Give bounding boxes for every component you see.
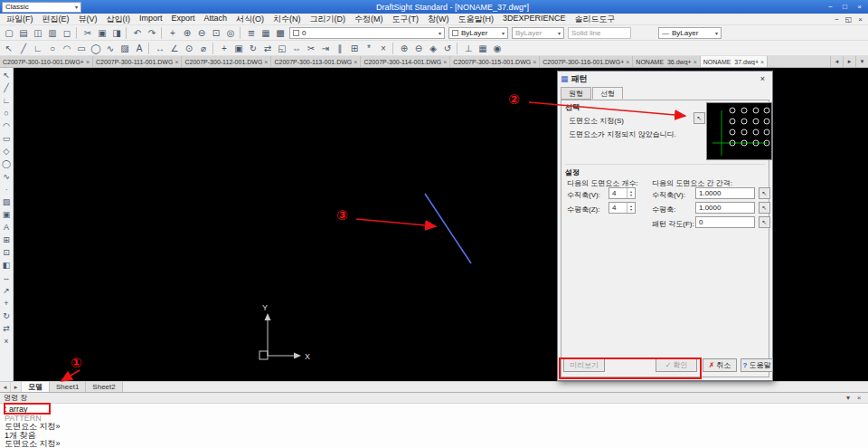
maximize-button[interactable]: □ [838, 2, 852, 13]
circle-tool-icon[interactable]: ○ [0, 107, 13, 119]
tab-list-button[interactable]: ▾ [855, 56, 868, 67]
help-button[interactable]: ?도움말 [741, 358, 773, 372]
table-tool-icon[interactable]: ⊞ [0, 234, 13, 246]
menu-item[interactable]: Attach [200, 14, 232, 25]
tab-close-icon[interactable]: × [626, 59, 629, 65]
zoom-out-icon[interactable]: ⊖ [411, 42, 426, 55]
document-tab[interactable]: C2007P-300-116-001.DWG+ × [540, 56, 633, 67]
dialog-title-bar[interactable]: ▦ 패턴 × [558, 71, 772, 86]
arc-icon[interactable]: ◠ [60, 42, 74, 55]
pick-spacing-button[interactable]: ↖ [759, 202, 770, 214]
dialog-close-icon[interactable]: × [756, 73, 769, 84]
cut-icon[interactable]: ✂ [80, 26, 95, 40]
dim-radius-icon[interactable]: ⊙ [182, 42, 196, 55]
document-tab[interactable]: C2007P-300-110-001.DWG+ × [0, 56, 93, 67]
count-spinner[interactable]: 4 ▴▾ [609, 187, 636, 199]
menu-item[interactable]: 솔리드도구 [571, 14, 620, 25]
menu-item[interactable]: 수정(M) [350, 14, 388, 25]
menu-item[interactable]: 서식(O) [231, 14, 269, 25]
dialog-tab[interactable]: 원형 [561, 87, 591, 100]
close-button[interactable]: × [853, 2, 866, 13]
linestyle-combo[interactable]: ByLayer ▾ [512, 27, 564, 39]
select-tool-icon[interactable]: ↖ [0, 69, 13, 81]
polygon-tool-icon[interactable]: ◇ [0, 145, 13, 157]
ortho-icon[interactable]: ⊥ [461, 42, 476, 55]
dim-diameter-icon[interactable]: ⌀ [196, 42, 211, 55]
paste-icon[interactable]: ◨ [109, 26, 124, 40]
menu-item[interactable]: 편집(E) [38, 14, 74, 25]
stretch-icon[interactable]: ⇔ [289, 42, 304, 55]
copy-entities-icon[interactable]: ▣ [231, 42, 246, 55]
zoom-in-icon[interactable]: ⊕ [180, 26, 194, 40]
move-tool-icon[interactable]: + [0, 297, 13, 310]
ellipse-tool-icon[interactable]: ◯ [0, 157, 13, 170]
rotate-tool-icon[interactable]: ↻ [0, 310, 13, 322]
new-icon[interactable]: ▢ [2, 26, 16, 40]
print-icon[interactable]: ▥ [45, 26, 60, 40]
pan-icon[interactable]: ◈ [426, 42, 440, 55]
document-tab[interactable]: NONAME_36.dwg+ × [633, 56, 700, 67]
zoom-fit-icon[interactable]: ◎ [223, 26, 238, 40]
rectangle-tool-icon[interactable]: ▭ [0, 132, 13, 145]
hatch-tool-icon[interactable]: ▨ [0, 195, 13, 208]
pick-spacing-button[interactable]: ↖ [759, 187, 770, 199]
zoom-out-icon[interactable]: ⊖ [194, 26, 209, 40]
zoom-in-icon[interactable]: ⊕ [397, 42, 411, 55]
select-icon[interactable]: ↖ [2, 42, 16, 55]
dim-linear-icon[interactable]: ↔ [153, 42, 167, 55]
tab-close-icon[interactable]: × [175, 59, 178, 65]
tab-close-icon[interactable]: × [443, 59, 447, 65]
menu-item[interactable]: 도움말(H) [454, 14, 499, 25]
point-tool-icon[interactable]: ∙ [0, 183, 13, 195]
rectangle-icon[interactable]: ▭ [74, 42, 89, 55]
document-tab[interactable]: NONAME_37.dwg+ × [701, 56, 768, 67]
properties-icon[interactable]: ≣ [244, 26, 259, 40]
move-icon[interactable]: + [217, 42, 231, 55]
pattern-icon[interactable]: ⊞ [347, 42, 362, 55]
preview-button[interactable]: 미리보기 [563, 358, 605, 372]
document-tab[interactable]: C2007P-300-113-001.DWG × [271, 56, 361, 67]
grid-icon[interactable]: ▦ [476, 42, 490, 55]
tab-close-icon[interactable]: × [354, 59, 357, 65]
document-tab[interactable]: C2007P-300-114-001.DWG × [361, 56, 450, 67]
layer-combo[interactable]: 0 ▾ [289, 27, 445, 39]
polyline-tool-icon[interactable]: ∟ [0, 94, 13, 107]
hatch-icon[interactable]: ▨ [118, 42, 132, 55]
spline-tool-icon[interactable]: ∿ [0, 170, 13, 183]
doc-close-button[interactable]: × [854, 15, 866, 24]
spacing-input[interactable]: 1.0000 [695, 202, 755, 214]
pan-icon[interactable]: + [165, 26, 180, 40]
trim-icon[interactable]: ✂ [304, 42, 318, 55]
menu-item[interactable]: 치수(N) [269, 14, 306, 25]
mirror-tool-icon[interactable]: ⇄ [0, 322, 13, 335]
spline-icon[interactable]: ∿ [103, 42, 118, 55]
menu-item[interactable]: 뷰(V) [74, 14, 102, 25]
tab-scroll-left-button[interactable]: ◂ [830, 56, 843, 67]
layer-manager-icon[interactable]: ▦ [259, 26, 273, 40]
offset-icon[interactable]: ∥ [333, 42, 347, 55]
menu-item[interactable]: 3DEXPERIENCE [498, 14, 571, 25]
sheet-tab[interactable]: Sheet1 [50, 382, 86, 392]
tab-close-icon[interactable]: × [533, 59, 536, 65]
drawn-line-entity[interactable] [425, 194, 471, 263]
print-preview-icon[interactable]: ◻ [60, 26, 74, 40]
document-tab[interactable]: C2007P-300-115-001.DWG × [450, 56, 540, 67]
menu-item[interactable]: Export [167, 14, 200, 25]
pick-angle-button[interactable]: ↖ [759, 216, 770, 228]
explode-icon[interactable]: * [362, 42, 376, 55]
line-tool-icon[interactable]: ╱ [0, 81, 13, 94]
color-combo[interactable]: ByLayer ▾ [448, 27, 508, 39]
zoom-window-icon[interactable]: ⊡ [209, 26, 223, 40]
sheet-scroll-left-button[interactable]: ◂ [0, 382, 11, 392]
extend-icon[interactable]: ⇥ [318, 42, 333, 55]
workspace-combo[interactable]: Classic ▾ [2, 2, 81, 13]
menu-item[interactable]: 그리기(D) [306, 14, 351, 25]
pattern-angle-input[interactable]: 0 [695, 216, 755, 228]
sheet-scroll-right-button[interactable]: ▸ [11, 382, 22, 392]
erase-tool-icon[interactable]: × [0, 335, 13, 348]
color-manager-icon[interactable]: ▩ [273, 26, 288, 40]
command-window-close-icon[interactable]: × [854, 394, 864, 402]
ok-button[interactable]: ✓확인 [656, 358, 697, 372]
rotate-icon[interactable]: ↻ [246, 42, 260, 55]
dim-angular-icon[interactable]: ∠ [167, 42, 182, 55]
